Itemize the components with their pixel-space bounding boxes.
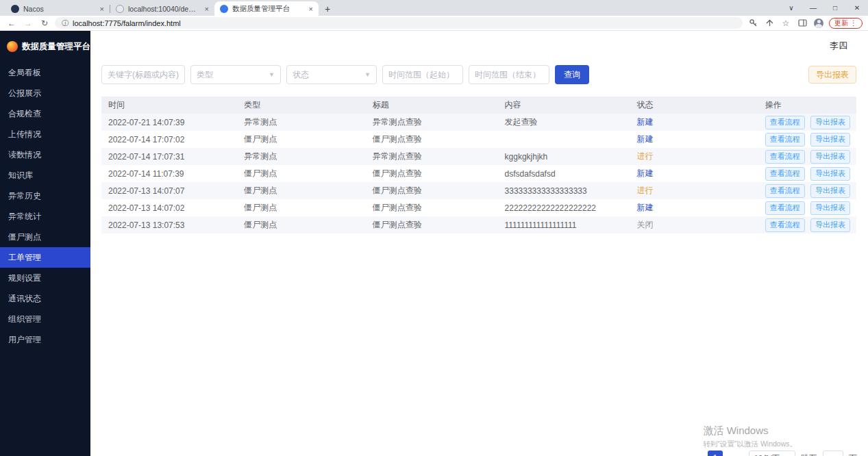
cell-time: 2022-07-13 13:07:53	[101, 216, 237, 233]
page-size-select[interactable]: 10条/页 ▼	[749, 451, 795, 456]
view-process-button[interactable]: 查看流程	[765, 201, 805, 215]
table-row: 2022-07-13 13:07:53 僵尸测点 僵尸测点查验 11111111…	[101, 216, 856, 233]
maximize-button[interactable]: □	[824, 0, 846, 16]
next-page-button[interactable]: ›	[728, 451, 743, 456]
current-user[interactable]: 李四	[830, 40, 847, 52]
side-panel-icon[interactable]	[796, 17, 808, 29]
url-text: localhost:7775/falarm/index.html	[73, 19, 181, 27]
status-badge: 新建	[630, 199, 758, 216]
keyword-input[interactable]	[101, 65, 185, 84]
view-process-button[interactable]: 查看流程	[765, 184, 805, 198]
sidebar-item-label: 工单管理	[8, 252, 41, 264]
view-process-button[interactable]: 查看流程	[765, 133, 805, 147]
type-select-value: 类型	[197, 69, 213, 81]
sidebar-item-异常历史[interactable]: 异常历史	[0, 186, 90, 206]
profile-avatar[interactable]	[813, 17, 825, 29]
table-row: 2022-07-14 11:07:39 僵尸测点 僵尸测点查验 dsfsdafs…	[101, 165, 856, 182]
sidebar-item-label: 异常历史	[8, 190, 41, 202]
prev-page-button[interactable]: ‹	[687, 451, 702, 456]
sidebar-item-读数情况[interactable]: 读数情况	[0, 144, 90, 165]
content-area: 类型 ▼ 状态 ▼ 查询 导出报表 时间类型标题内容状态操作 2022-07-2…	[90, 61, 868, 233]
tab-close-icon[interactable]: ×	[100, 5, 104, 13]
menu-kebab-icon: ⋮	[850, 19, 857, 27]
pagination: ‹ 1 › 10条/页 ▼ 跳至 页	[687, 451, 857, 456]
sidebar-item-label: 通讯状态	[8, 293, 41, 305]
view-process-button[interactable]: 查看流程	[765, 150, 805, 164]
status-select-value: 状态	[293, 69, 309, 81]
chrome-update-button[interactable]: 更新 ⋮	[829, 18, 863, 29]
cell-time: 2022-07-14 11:07:39	[101, 165, 237, 182]
tab-close-icon[interactable]: ×	[309, 5, 313, 13]
cell-title: 僵尸测点查验	[366, 199, 498, 216]
time-end-input[interactable]	[469, 65, 549, 84]
page-root: 数据质量管理平台 全局看板 公报展示 合规检查 上传情况 读数情况 知识库 异常…	[0, 31, 868, 456]
sidebar-item-工单管理[interactable]: 工单管理	[0, 247, 90, 268]
status-select[interactable]: 状态 ▼	[286, 65, 377, 84]
tab-title: 数据质量管理平台	[232, 4, 305, 14]
export-report-button[interactable]: 导出报表	[810, 133, 850, 147]
sidebar-item-知识库[interactable]: 知识库	[0, 165, 90, 186]
sidebar-item-规则设置[interactable]: 规则设置	[0, 268, 90, 288]
back-icon[interactable]: ←	[5, 18, 18, 28]
view-process-button[interactable]: 查看流程	[765, 116, 805, 129]
sidebar-item-僵尸测点[interactable]: 僵尸测点	[0, 227, 90, 247]
chevron-down-icon: ▼	[364, 71, 371, 78]
sidebar-item-全局看板[interactable]: 全局看板	[0, 62, 90, 83]
new-tab-button[interactable]: +	[319, 1, 336, 16]
cell-actions: 查看流程 导出报表	[758, 216, 856, 233]
cell-content: kggkgkjhjkh	[498, 148, 630, 165]
type-select[interactable]: 类型 ▼	[190, 65, 281, 84]
browser-tab-strip: Nacos × localhost:10040/demo/psjdb... × …	[0, 0, 868, 16]
sidebar-item-组织管理[interactable]: 组织管理	[0, 309, 90, 329]
export-report-button[interactable]: 导出报表	[810, 116, 850, 129]
tab-nacos[interactable]: Nacos ×	[5, 1, 110, 16]
column-header: 操作	[758, 97, 856, 114]
sidebar-item-通讯状态[interactable]: 通讯状态	[0, 288, 90, 309]
tab-title: Nacos	[23, 5, 96, 13]
search-button[interactable]: 查询	[555, 65, 589, 84]
close-button[interactable]: ✕	[846, 0, 868, 16]
address-bar[interactable]: ⓘ localhost:7775/falarm/index.html	[55, 17, 743, 29]
tab-search-icon[interactable]: ∨	[780, 0, 802, 16]
filter-bar: 类型 ▼ 状态 ▼ 查询 导出报表	[101, 65, 856, 84]
time-start-input[interactable]	[382, 65, 463, 84]
export-report-button[interactable]: 导出报表	[810, 150, 850, 164]
flame-logo-icon	[7, 41, 18, 52]
export-report-button[interactable]: 导出报表	[810, 167, 850, 181]
sidebar-item-label: 合规检查	[8, 108, 41, 120]
password-key-icon[interactable]	[747, 17, 759, 29]
table-row: 2022-07-14 17:07:31 异常测点 异常测点查验 kggkgkjh…	[101, 148, 856, 165]
page-number-button[interactable]: 1	[708, 451, 723, 456]
export-report-button[interactable]: 导出报表	[810, 184, 850, 198]
share-icon[interactable]	[763, 17, 776, 29]
tab-localhost-demo[interactable]: localhost:10040/demo/psjdb... ×	[110, 1, 214, 16]
jump-page-input[interactable]	[823, 451, 843, 456]
cell-actions: 查看流程 导出报表	[758, 165, 856, 182]
page-info-icon[interactable]: ⓘ	[62, 18, 69, 28]
refresh-icon[interactable]: ↻	[38, 18, 51, 28]
cell-content: 22222222222222222222	[498, 199, 630, 216]
sidebar-item-异常统计[interactable]: 异常统计	[0, 206, 90, 227]
tab-close-icon[interactable]: ×	[205, 5, 209, 13]
tab-data-quality-platform[interactable]: 数据质量管理平台 ×	[214, 1, 319, 16]
table-row: 2022-07-14 17:07:02 僵尸测点 僵尸测点查验 新建 查看流程 …	[101, 131, 856, 148]
view-process-button[interactable]: 查看流程	[765, 167, 805, 181]
minimize-button[interactable]: —	[802, 0, 824, 16]
status-badge: 新建	[630, 165, 758, 182]
watermark-line1: 激活 Windows	[703, 425, 797, 438]
sidebar-item-label: 全局看板	[8, 67, 41, 79]
view-process-button[interactable]: 查看流程	[765, 218, 805, 232]
sidebar-item-公报展示[interactable]: 公报展示	[0, 83, 90, 103]
column-header: 内容	[498, 97, 630, 114]
bookmark-star-icon[interactable]: ☆	[780, 17, 792, 29]
watermark-line2: 转到“设置”以激活 Windows。	[703, 440, 797, 449]
export-report-top-button[interactable]: 导出报表	[808, 66, 856, 84]
nacos-favicon-icon	[11, 5, 19, 13]
sidebar-item-用户管理[interactable]: 用户管理	[0, 329, 90, 350]
cell-type: 僵尸测点	[237, 199, 365, 216]
sidebar-item-上传情况[interactable]: 上传情况	[0, 124, 90, 144]
export-report-button[interactable]: 导出报表	[810, 218, 850, 232]
forward-icon[interactable]: →	[22, 18, 34, 28]
sidebar-item-合规检查[interactable]: 合规检查	[0, 103, 90, 124]
export-report-button[interactable]: 导出报表	[810, 201, 850, 215]
